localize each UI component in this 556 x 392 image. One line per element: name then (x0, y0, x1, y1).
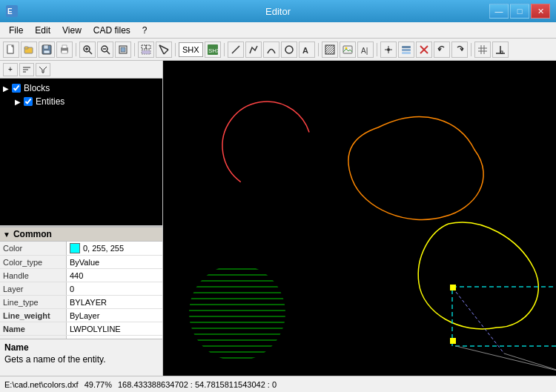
tool-perp[interactable] (492, 41, 509, 58)
tool-open[interactable] (21, 41, 37, 58)
tree-view: ▶ Blocks ▶ Entities (0, 79, 162, 227)
tool-circle[interactable] (281, 41, 297, 58)
tool-layers[interactable] (398, 41, 414, 58)
toolbar-separator-5 (318, 43, 319, 56)
desc-title: Name (4, 342, 158, 353)
minimize-button[interactable]: — (489, 4, 509, 19)
menu-cad-files[interactable]: CAD files (87, 24, 136, 37)
maximize-button[interactable]: □ (510, 4, 529, 19)
tool-zoom-in[interactable] (79, 41, 96, 58)
close-button[interactable]: ✕ (531, 4, 550, 19)
lineweight-text: ByLayer (70, 311, 99, 320)
left-panel: + ▶ Blocks ▶ Entities ▼ (0, 61, 163, 376)
tree-checkbox-blocks[interactable] (12, 84, 21, 93)
tree-filter-button[interactable] (36, 63, 50, 76)
status-zoom: 49.77% (85, 380, 112, 389)
section-expand-common[interactable]: ▼ (3, 230, 10, 239)
canvas-area[interactable] (163, 61, 556, 376)
tool-redo[interactable] (451, 41, 468, 58)
prop-value-layer[interactable]: 0 (67, 282, 162, 295)
layer-text: 0 (70, 285, 74, 293)
tool-dot[interactable] (380, 41, 397, 58)
svg-line-18 (107, 51, 110, 54)
color-text: 0, 255, 255 (83, 244, 124, 253)
svg-line-26 (164, 50, 168, 54)
tool-text2[interactable]: A| (357, 41, 374, 58)
svg-rect-22 (142, 45, 146, 49)
toolbar: SHX SHX A A| (0, 39, 556, 61)
tree-label-entities: Entities (36, 96, 64, 107)
tool-grid[interactable] (474, 41, 491, 58)
prop-row-color: Color 0, 255, 255 (0, 242, 162, 256)
prop-name-color: Color (0, 242, 67, 255)
menu-view[interactable]: View (56, 24, 87, 37)
tool-polyline[interactable] (245, 41, 262, 58)
tool-line[interactable] (228, 41, 244, 58)
prop-value-handle[interactable]: 440 (67, 269, 162, 282)
tool-zoom-out[interactable] (97, 41, 113, 58)
colortype-text: ByValue (70, 258, 99, 267)
tool-arc[interactable] (263, 41, 279, 58)
prop-value-linetype[interactable]: BYLAYER (67, 296, 162, 308)
tree-expand-blocks[interactable]: ▶ (3, 84, 9, 93)
tree-item-entities[interactable]: ▶ Entities (3, 95, 159, 108)
svg-line-39 (330, 50, 334, 54)
prop-row-handle: Handle 440 (0, 269, 162, 282)
tree-add-button[interactable]: + (3, 63, 18, 76)
prop-row-lineweight: Line_weight ByLayer (0, 309, 162, 322)
app-icon: E (6, 5, 18, 17)
properties-panel: ▼ Common Color 0, 255, 255 Color_type By… (0, 227, 162, 339)
description-area: Name Gets a name of the entity. (0, 339, 162, 376)
tool-image[interactable] (340, 41, 356, 58)
prop-name-name: Name (0, 322, 67, 335)
section-header-common[interactable]: ▼ Common (0, 227, 162, 242)
svg-text:E: E (7, 7, 13, 16)
menu-file[interactable]: File (3, 24, 29, 37)
tool-select2[interactable] (156, 41, 172, 58)
tree-expand-entities[interactable]: ▶ (15, 98, 21, 106)
main-area: + ▶ Blocks ▶ Entities ▼ (0, 61, 556, 376)
toolbar-separator-4 (224, 43, 225, 56)
svg-rect-41 (343, 46, 352, 53)
tool-text[interactable]: A (299, 41, 315, 58)
toolbar-separator-2 (134, 43, 135, 56)
prop-name-handle: Handle (0, 269, 67, 282)
svg-point-44 (387, 48, 390, 51)
svg-point-31 (285, 46, 293, 53)
linetype-text: BYLAYER (70, 298, 107, 307)
tool-select[interactable] (138, 41, 154, 58)
svg-rect-51 (402, 52, 411, 54)
svg-rect-9 (44, 50, 50, 53)
tool-shx-browse[interactable]: SHX (205, 41, 221, 58)
tool-hatch[interactable] (322, 41, 338, 58)
prop-value-lineweight[interactable]: ByLayer (67, 309, 162, 322)
tool-save[interactable] (39, 41, 55, 58)
svg-line-35 (325, 45, 330, 50)
svg-line-14 (89, 51, 92, 54)
prop-value-color[interactable]: 0, 255, 255 (67, 242, 162, 255)
window-title: Editor (0, 6, 556, 17)
svg-line-37 (325, 45, 334, 54)
menu-edit[interactable]: Edit (29, 24, 56, 37)
tool-print[interactable] (56, 41, 73, 58)
tree-sort-button[interactable] (19, 63, 34, 76)
tool-new[interactable] (3, 41, 19, 58)
tool-zoom-fit[interactable] (115, 41, 131, 58)
menu-help[interactable]: ? (136, 24, 153, 37)
prop-value-name[interactable]: LWPOLYLINE (67, 322, 162, 335)
svg-line-30 (232, 46, 239, 53)
tool-undo[interactable] (434, 41, 450, 58)
status-coords: 168.433388634702 : 54.7815811543042 : 0 (118, 380, 277, 389)
title-bar: E Editor — □ ✕ (0, 0, 556, 22)
tree-checkbox-entities[interactable] (24, 97, 33, 106)
prop-name-lineweight: Line_weight (0, 309, 67, 322)
tree-item-blocks[interactable]: ▶ Blocks (3, 82, 159, 95)
handle-text: 440 (70, 271, 83, 280)
drawing-canvas[interactable] (163, 61, 556, 376)
prop-value-colortype[interactable]: ByValue (67, 256, 162, 268)
toolbar-separator-3 (175, 43, 176, 56)
desc-text: Gets a name of the entity. (4, 354, 158, 365)
tool-delete[interactable] (416, 41, 432, 58)
prop-name-colortype: Color_type (0, 256, 67, 268)
svg-rect-23 (146, 45, 150, 49)
